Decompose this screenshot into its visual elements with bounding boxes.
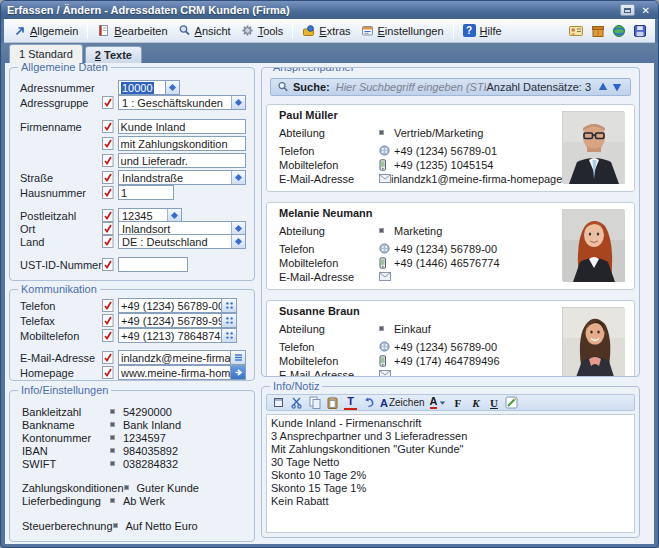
field-label: Straße xyxy=(20,172,102,184)
search-label: Suche: xyxy=(293,81,330,93)
copy-button[interactable] xyxy=(308,396,321,410)
format-text-button[interactable]: T xyxy=(344,396,357,410)
package-button[interactable] xyxy=(591,24,605,38)
bullet-icon xyxy=(379,130,394,135)
adressgruppe-select[interactable]: 1 : Geschäftskunden xyxy=(118,95,246,110)
open-homepage-button[interactable] xyxy=(231,365,246,380)
edit-check-icon[interactable] xyxy=(102,96,115,110)
contact-phone: +49 (1234) 56789-00 xyxy=(394,243,497,255)
email-input[interactable]: inlandzk@meine-firma-homepage.de xyxy=(118,350,231,365)
menu-separator xyxy=(292,23,293,39)
search-input[interactable] xyxy=(336,81,487,93)
dropdown-button[interactable] xyxy=(231,235,245,248)
restore-button[interactable] xyxy=(620,4,635,16)
edit-check-icon[interactable] xyxy=(102,137,115,151)
info-row: Kontonummer1234597 xyxy=(22,431,246,444)
contact-name: Paul Müller xyxy=(279,109,338,121)
next-record-button[interactable] xyxy=(610,82,624,92)
menu-item-hilfe[interactable]: ? Hilfe xyxy=(458,22,507,39)
edit-check-icon[interactable] xyxy=(102,235,115,249)
undo-button[interactable] xyxy=(362,396,375,410)
field-strasse: Straße Inlandstraße xyxy=(20,170,246,185)
phone-icon xyxy=(379,145,394,156)
telefax-input[interactable]: +49 (1234) 56789-99 xyxy=(118,313,222,328)
note-editor[interactable]: Kunde Inland - Firmenanschrift 3 Ansprec… xyxy=(266,414,635,533)
globe-button[interactable] xyxy=(612,24,626,38)
dropdown-button[interactable] xyxy=(231,96,245,109)
info-row: ZahlungskonditionenGuter Kunde xyxy=(22,481,246,494)
edit-check-icon[interactable] xyxy=(102,186,115,200)
dial-button[interactable] xyxy=(222,298,237,313)
menu-item-bearbeiten[interactable]: Bearbeiten xyxy=(92,22,172,39)
characters-button[interactable]: AZeichen xyxy=(380,396,425,410)
homepage-input[interactable]: www.meine-firma-homepage.de xyxy=(118,365,231,380)
mobiltelefon-input[interactable]: +49 (1213) 7864874 xyxy=(118,328,222,343)
dial-button[interactable] xyxy=(222,313,237,328)
dialpad-icon xyxy=(225,316,234,325)
note-line: Skonto 10 Tage 2% xyxy=(271,469,630,482)
strasse-select[interactable]: Inlandstraße xyxy=(118,170,246,185)
land-select[interactable]: DE : Deutschland xyxy=(118,234,246,249)
mobile-phone-icon xyxy=(379,257,394,269)
window-icon[interactable] xyxy=(272,396,285,410)
prev-record-button[interactable] xyxy=(596,82,610,92)
contact-mobile: +49 (1446) 46576774 xyxy=(394,257,500,269)
menu-item-extras[interactable]: Extras xyxy=(297,22,355,39)
spinner-button[interactable] xyxy=(166,80,180,95)
hausnummer-input[interactable]: 1 xyxy=(118,185,174,200)
italic-button[interactable]: K xyxy=(469,396,482,410)
edit-check-icon[interactable] xyxy=(102,314,115,328)
dropdown-button[interactable] xyxy=(231,171,245,184)
menu-item-tools[interactable]: Tools xyxy=(236,22,289,39)
field-firmenname-1: Firmenname Kunde Inland xyxy=(20,119,246,134)
edit-check-icon[interactable] xyxy=(102,299,115,313)
contact-photo xyxy=(562,209,624,281)
info-row: IBAN984035892 xyxy=(22,444,246,457)
menu-item-allgemein[interactable]: Allgemein xyxy=(9,23,83,39)
firmenname-input-3[interactable]: und Lieferadr. xyxy=(118,153,246,168)
telefon-input[interactable]: +49 (1234) 56789-00 xyxy=(118,298,222,313)
dropdown-icon xyxy=(235,238,242,245)
edit-check-icon[interactable] xyxy=(102,171,115,185)
field-label: Adressgruppe xyxy=(20,97,102,109)
clipboard-icon xyxy=(327,396,338,409)
adressnummer-input[interactable]: 10000 xyxy=(118,80,166,95)
close-button[interactable]: ✕ xyxy=(640,5,652,16)
menu-item-einstellungen[interactable]: Einstellungen xyxy=(356,22,449,39)
tab-texte[interactable]: 2 Texte xyxy=(85,46,142,63)
note-line: 30 Tage Netto xyxy=(271,456,630,469)
ustid-input[interactable] xyxy=(118,257,188,272)
edit-check-icon[interactable] xyxy=(102,329,115,343)
contact-name: Melanie Neumann xyxy=(279,207,373,219)
bold-button[interactable]: F xyxy=(451,396,464,410)
cut-button[interactable] xyxy=(290,396,303,410)
field-label: Hausnummer xyxy=(20,187,102,199)
edit-check-icon[interactable] xyxy=(102,366,115,380)
contact-card[interactable]: Paul Müller AbteilungVertrieb/Marketing … xyxy=(266,104,635,192)
edit-check-icon[interactable] xyxy=(102,120,115,134)
mail-icon xyxy=(379,272,394,281)
edit-check-icon[interactable] xyxy=(102,351,115,365)
firmenname-input-2[interactable]: mit Zahlungskondition xyxy=(118,136,246,151)
bullet-icon xyxy=(379,228,394,233)
contact-card-button[interactable] xyxy=(569,24,584,38)
field-label: Ort xyxy=(20,223,102,235)
tab-standard[interactable]: 1 Standard xyxy=(9,44,83,63)
dial-button[interactable] xyxy=(222,328,237,343)
edit-check-icon[interactable] xyxy=(102,154,115,168)
title-bar[interactable]: Erfassen / Ändern - Adressdaten CRM Kund… xyxy=(1,1,658,19)
panel-info-einstellungen: Info/Einstellungen Bankleitzahl54290000 … xyxy=(9,390,255,542)
save-button[interactable] xyxy=(633,24,647,38)
contact-card[interactable]: Susanne Braun AbteilungEinkauf Telefon+4… xyxy=(266,300,635,377)
contact-card[interactable]: Melanie Neumann AbteilungMarketing Telef… xyxy=(266,202,635,290)
menu-item-ansicht[interactable]: Ansicht xyxy=(173,22,236,39)
underline-button[interactable]: U xyxy=(487,396,500,410)
paste-button[interactable] xyxy=(326,396,339,410)
edit-note-button[interactable] xyxy=(505,396,518,410)
font-color-button[interactable]: A xyxy=(430,396,447,410)
firmenname-input-1[interactable]: Kunde Inland xyxy=(118,119,246,134)
field-hausnummer: Hausnummer 1 xyxy=(20,185,246,200)
field-label: Mobiltelefon xyxy=(20,330,102,342)
edit-check-icon[interactable] xyxy=(102,258,115,272)
email-list-button[interactable] xyxy=(231,350,246,365)
